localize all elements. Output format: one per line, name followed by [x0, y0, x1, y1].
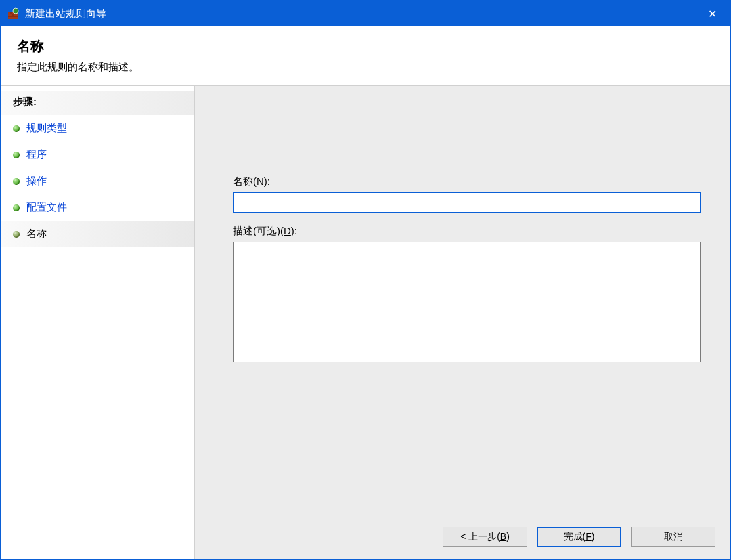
- bullet-icon: [13, 231, 20, 238]
- bullet-icon: [13, 152, 20, 158]
- step-label: 操作: [26, 175, 47, 188]
- name-input[interactable]: [233, 192, 701, 213]
- step-label: 程序: [26, 148, 47, 161]
- steps-sidebar: 步骤: 规则类型 程序 操作 配置文件 名称: [1, 86, 194, 559]
- bullet-icon: [13, 125, 20, 132]
- wizard-header: 名称 指定此规则的名称和描述。: [1, 26, 730, 85]
- step-rule-type[interactable]: 规则类型: [1, 115, 194, 142]
- title-bar: 新建出站规则向导 ✕: [1, 1, 730, 26]
- step-name[interactable]: 名称: [1, 221, 194, 247]
- step-label: 配置文件: [26, 201, 67, 214]
- form-area: 名称(N): 描述(可选)(D):: [233, 175, 701, 364]
- step-label: 名称: [26, 228, 47, 240]
- description-textarea[interactable]: [233, 242, 701, 362]
- name-label: 名称(N):: [233, 175, 701, 188]
- content-panel: 名称(N): 描述(可选)(D): < 上一步(B) 完成(F) 取消: [194, 86, 730, 559]
- step-action[interactable]: 操作: [1, 168, 194, 194]
- firewall-icon: [7, 7, 20, 20]
- close-icon: ✕: [708, 7, 717, 20]
- cancel-button[interactable]: 取消: [631, 527, 715, 547]
- step-program[interactable]: 程序: [1, 142, 194, 168]
- bullet-icon: [13, 204, 20, 211]
- window-title: 新建出站规则向导: [25, 7, 694, 20]
- close-button[interactable]: ✕: [694, 1, 730, 26]
- steps-header: 步骤:: [1, 91, 194, 115]
- button-row: < 上一步(B) 完成(F) 取消: [443, 527, 715, 547]
- page-subtitle: 指定此规则的名称和描述。: [17, 61, 714, 74]
- page-title: 名称: [17, 37, 714, 56]
- step-profile[interactable]: 配置文件: [1, 194, 194, 221]
- finish-button[interactable]: 完成(F): [537, 527, 621, 547]
- step-label: 规则类型: [26, 122, 67, 135]
- description-label: 描述(可选)(D):: [233, 225, 701, 238]
- bullet-icon: [13, 178, 20, 185]
- svg-point-6: [13, 8, 18, 14]
- wizard-body: 步骤: 规则类型 程序 操作 配置文件 名称: [1, 85, 730, 559]
- back-button[interactable]: < 上一步(B): [443, 527, 527, 547]
- wizard-window: 新建出站规则向导 ✕ 名称 指定此规则的名称和描述。 步骤: 规则类型 程序 操…: [0, 0, 731, 560]
